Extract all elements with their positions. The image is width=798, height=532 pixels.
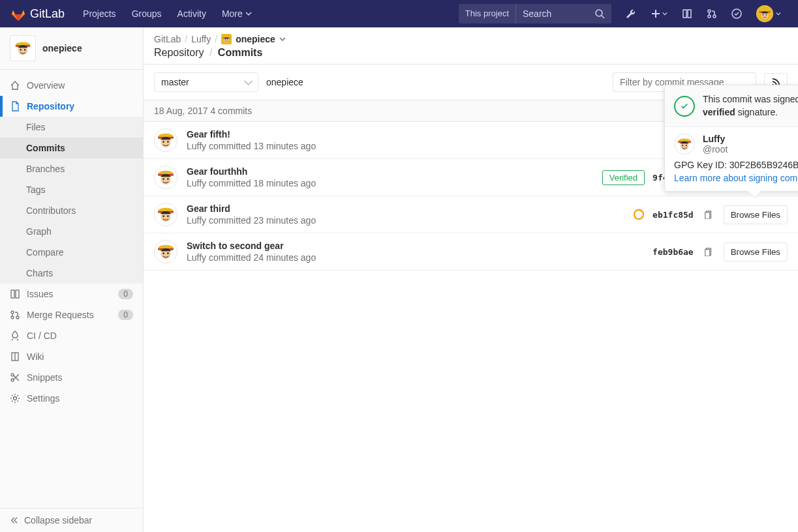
search-scope[interactable]: This project: [459, 4, 516, 23]
sidebar-header[interactable]: onepiece: [0, 27, 143, 70]
user-menu[interactable]: [750, 0, 788, 27]
commit-row: Gear third Luffy committed 23 minutes ag…: [144, 196, 798, 233]
commit-meta: Luffy committed 23 minutes ago: [187, 215, 624, 226]
popover-user-handle: @root: [703, 144, 728, 155]
chevron-down-icon: [662, 11, 668, 16]
rocket-icon: [10, 331, 20, 341]
issues-count-badge: 0: [118, 289, 133, 299]
collapse-label: Collapse sidebar: [24, 515, 92, 525]
commit-title[interactable]: Gear fourthhh: [187, 166, 593, 177]
todos-shortcut[interactable]: [725, 0, 748, 27]
svg-point-19: [11, 379, 14, 381]
sidebar-item-merge-requests[interactable]: Merge Requests 0: [0, 304, 143, 325]
chevron-down-icon[interactable]: [279, 36, 286, 42]
path-text: onepiece: [266, 77, 303, 87]
commit-author-avatar-icon[interactable]: [154, 240, 177, 263]
breadcrumb-wrap: GitLab / Luffy / onepiece Repository / C…: [144, 27, 798, 65]
copy-sha-button[interactable]: [701, 244, 716, 259]
sidebar-item-settings[interactable]: Settings: [0, 388, 143, 409]
svg-point-5: [596, 10, 602, 16]
commit-title[interactable]: Gear fifth!: [187, 129, 641, 140]
gear-icon: [10, 393, 20, 404]
commit-title[interactable]: Switch to second gear: [187, 241, 643, 251]
project-avatar-icon: [10, 35, 36, 61]
sidebar-item-label: Issues: [27, 289, 53, 299]
svg-point-15: [11, 316, 14, 319]
commit-author-avatar-icon[interactable]: [154, 203, 177, 226]
search-button[interactable]: [588, 8, 611, 19]
verified-badge[interactable]: Verified: [602, 170, 645, 185]
crumb-project[interactable]: onepiece: [236, 34, 275, 44]
user-avatar-icon: [756, 5, 773, 22]
commit-author-avatar-icon[interactable]: [154, 128, 177, 152]
scissors-icon: [10, 372, 20, 383]
home-icon: [10, 80, 20, 91]
sidebar: onepiece Overview Repository Files Commi…: [0, 27, 144, 532]
admin-icon[interactable]: [619, 0, 643, 27]
commit-sha[interactable]: eb1fc85d: [652, 210, 694, 220]
top-nav: GitLab Projects Groups Activity More Thi…: [0, 0, 798, 27]
svg-rect-28: [705, 213, 709, 220]
popover-user-name[interactable]: Luffy: [703, 134, 728, 144]
commit-author-avatar-icon[interactable]: [154, 166, 177, 189]
sidebar-sub-charts[interactable]: Charts: [0, 263, 143, 284]
svg-rect-13: [16, 290, 19, 298]
sidebar-item-label: Wiki: [27, 351, 44, 362]
branch-select-value: master: [161, 77, 189, 87]
nav-activity[interactable]: Activity: [170, 0, 214, 27]
merge-request-icon: [10, 310, 20, 320]
wrench-icon: [626, 8, 636, 19]
sidebar-sub-contributors[interactable]: Contributors: [0, 200, 143, 221]
subcrumb-section[interactable]: Repository: [154, 47, 204, 58]
search-input[interactable]: [516, 8, 588, 19]
popover-text: This commit was signed with a verified s…: [703, 93, 798, 119]
svg-point-9: [708, 15, 711, 18]
sidebar-item-issues[interactable]: Issues 0: [0, 284, 143, 304]
sidebar-sub-branches[interactable]: Branches: [0, 158, 143, 179]
nav-projects[interactable]: Projects: [75, 0, 124, 27]
commit-row: Switch to second gear Luffy committed 24…: [144, 233, 798, 271]
pipeline-running-icon[interactable]: [633, 209, 645, 220]
sidebar-sub-tags[interactable]: Tags: [0, 179, 143, 200]
sidebar-sub-commits[interactable]: Commits: [0, 138, 143, 158]
logo[interactable]: GitLab: [10, 6, 65, 22]
breadcrumb: GitLab / Luffy / onepiece: [154, 34, 788, 44]
sidebar-item-snippets[interactable]: Snippets: [0, 367, 143, 388]
clipboard-icon: [704, 247, 713, 256]
browse-files-button[interactable]: Browse Files: [724, 205, 788, 224]
subcrumb: Repository / Commits: [154, 47, 788, 59]
learn-more-link[interactable]: Learn more about signing commits: [674, 173, 798, 183]
signature-popover: This commit was signed with a verified s…: [664, 85, 798, 192]
svg-rect-6: [683, 10, 686, 18]
svg-point-8: [708, 10, 711, 12]
branch-select[interactable]: master: [154, 72, 258, 92]
collapse-sidebar-button[interactable]: Collapse sidebar: [0, 508, 143, 532]
plus-dropdown[interactable]: [644, 0, 674, 27]
svg-point-20: [14, 397, 17, 400]
commit-sha[interactable]: feb9b6ae: [652, 247, 694, 257]
nav-more[interactable]: More: [214, 0, 260, 27]
sidebar-item-cicd[interactable]: CI / CD: [0, 325, 143, 346]
commit-title[interactable]: Gear third: [187, 203, 624, 214]
crumb-root[interactable]: GitLab: [154, 34, 181, 44]
search-icon: [594, 8, 605, 19]
svg-point-16: [16, 316, 19, 319]
browse-files-button[interactable]: Browse Files: [724, 243, 788, 261]
book-icon: [10, 351, 20, 362]
svg-rect-7: [688, 10, 691, 18]
sidebar-item-repository[interactable]: Repository: [0, 96, 143, 117]
sidebar-item-label: Repository: [27, 101, 74, 111]
copy-sha-button[interactable]: [701, 207, 716, 222]
mr-shortcut[interactable]: [700, 0, 724, 27]
sidebar-sub-compare[interactable]: Compare: [0, 242, 143, 263]
sidebar-item-label: CI / CD: [27, 331, 57, 341]
sidebar-item-overview[interactable]: Overview: [0, 75, 143, 96]
svg-point-10: [713, 15, 716, 18]
sidebar-item-wiki[interactable]: Wiki: [0, 346, 143, 367]
issues-shortcut[interactable]: [675, 0, 699, 27]
commit-meta: Luffy committed 18 minutes ago: [187, 178, 593, 188]
crumb-group[interactable]: Luffy: [191, 34, 211, 44]
sidebar-sub-files[interactable]: Files: [0, 117, 143, 138]
sidebar-sub-graph[interactable]: Graph: [0, 221, 143, 242]
nav-groups[interactable]: Groups: [124, 0, 170, 27]
